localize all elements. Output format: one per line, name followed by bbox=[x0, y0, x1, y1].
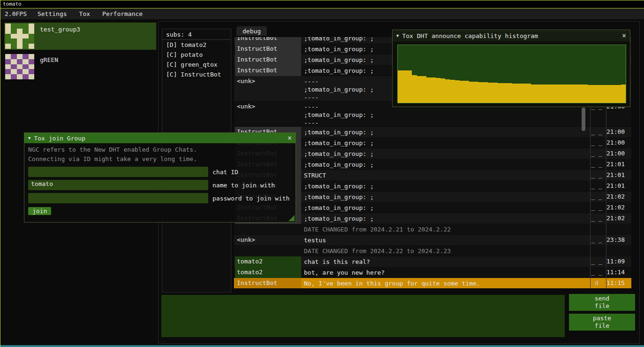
histogram-bar bbox=[436, 78, 440, 103]
chat-scrollbar[interactable] bbox=[582, 108, 585, 131]
member-item[interactable]: [D] tomato2 bbox=[162, 40, 231, 50]
message-flags: _ _ bbox=[589, 170, 604, 181]
message-text: ;tomato_in_group: ; bbox=[301, 181, 589, 192]
histogram-bar bbox=[521, 84, 526, 103]
message-author: InstructBot bbox=[235, 65, 301, 76]
message-time: 11:14 bbox=[604, 267, 631, 278]
join-field-row: password to join with bbox=[28, 193, 292, 203]
histogram-bar bbox=[531, 85, 536, 103]
histogram-bar bbox=[474, 82, 478, 103]
histogram-bar bbox=[422, 76, 426, 103]
histogram-bar bbox=[516, 84, 521, 103]
message-time: 21:01 bbox=[604, 170, 631, 181]
histogram-window-titlebar[interactable]: ▼ Tox DHT announce capability histogram … bbox=[393, 30, 630, 41]
tab-debug[interactable]: debug bbox=[236, 26, 267, 36]
histogram-bar bbox=[574, 85, 578, 103]
collapse-arrow-icon[interactable]: ▼ bbox=[396, 33, 399, 38]
sidebar-item-test-group3[interactable]: test_group3 bbox=[4, 23, 156, 50]
histogram-bar bbox=[502, 83, 507, 103]
histogram-bar bbox=[550, 85, 554, 103]
histogram-bar bbox=[407, 70, 412, 103]
histogram-bar bbox=[545, 85, 550, 103]
message-flags: _ _ bbox=[589, 256, 604, 267]
histogram-bar bbox=[426, 77, 431, 103]
message-author: <unk> bbox=[235, 76, 301, 101]
message-row: tomato2chat is this real?_ _11:09 bbox=[234, 256, 631, 267]
member-item[interactable]: [C] InstructBot bbox=[162, 69, 231, 79]
histogram-bar bbox=[412, 75, 417, 103]
histogram-bar bbox=[597, 85, 602, 103]
histogram-bar bbox=[540, 85, 545, 103]
histogram-window: ▼ Tox DHT announce capability histogram … bbox=[392, 30, 630, 107]
message-time: 21:00 bbox=[604, 148, 631, 159]
message-author bbox=[235, 246, 301, 256]
message-author: <unk> bbox=[235, 101, 301, 127]
menu-item-performance[interactable]: Performance bbox=[96, 10, 149, 17]
message-flags: _ _ bbox=[589, 181, 604, 192]
histogram-bar bbox=[592, 85, 597, 103]
message-text: ;tomato_in_group: ; bbox=[301, 138, 589, 148]
resize-grip[interactable] bbox=[288, 215, 295, 221]
message-author: tomato2 bbox=[235, 256, 301, 267]
histogram-bar bbox=[402, 70, 407, 103]
join-field-row: tomatoname to join with bbox=[28, 180, 292, 190]
histogram-window-title: Tox DHT announce capability histogram bbox=[402, 32, 619, 39]
message-time: 21:02 bbox=[604, 202, 631, 213]
join-window-titlebar[interactable]: ▼ Tox join Group × bbox=[24, 133, 295, 143]
composer-input[interactable] bbox=[161, 295, 565, 337]
join-field-input-0[interactable] bbox=[28, 167, 208, 177]
window-title: tomato bbox=[3, 1, 22, 7]
member-list: [D] tomato2[C] potato[C] green_qtox[C] I… bbox=[162, 40, 231, 79]
menu-item-settings[interactable]: Settings bbox=[31, 10, 73, 17]
join-field-input-1[interactable]: tomato bbox=[28, 180, 208, 190]
histogram-bar bbox=[512, 84, 516, 103]
histogram-bar bbox=[417, 76, 422, 103]
join-field-label: password to join with bbox=[212, 195, 289, 202]
close-icon[interactable]: × bbox=[622, 31, 626, 40]
member-item[interactable]: [C] green_qtox bbox=[162, 60, 231, 69]
message-text: DATE CHANGED from 2024.2.21 to 2024.2.22 bbox=[301, 224, 589, 235]
histogram-bar bbox=[440, 78, 445, 103]
histogram-bar bbox=[602, 85, 606, 103]
sidebar-item-green[interactable]: gREEN bbox=[4, 53, 156, 80]
histogram-bar bbox=[464, 81, 469, 103]
join-group-window: ▼ Tox join Group × NGC refers to the New… bbox=[24, 132, 296, 223]
histogram-bar bbox=[578, 85, 583, 103]
send-file-button[interactable]: send file bbox=[569, 294, 635, 311]
close-icon[interactable]: × bbox=[288, 134, 292, 142]
join-field-label: name to join with bbox=[212, 182, 275, 189]
collapse-arrow-icon[interactable]: ▼ bbox=[28, 136, 30, 140]
join-field-input-2[interactable] bbox=[28, 193, 208, 203]
histogram-bar bbox=[616, 85, 621, 103]
message-author: InstructBot bbox=[235, 44, 301, 54]
histogram-bar bbox=[398, 70, 402, 103]
menu-item-tox[interactable]: Tox bbox=[73, 10, 96, 17]
message-text: ;tomato_in_group: ; bbox=[301, 213, 589, 224]
join-info-line: NGC refers to the New DHT enabled Group … bbox=[28, 145, 292, 154]
message-time: 21:01 bbox=[604, 159, 631, 170]
message-text: ;tomato_in_group: ; bbox=[301, 202, 589, 213]
message-time: 21:02 bbox=[604, 192, 631, 202]
titlebar: tomato bbox=[0, 0, 644, 8]
histogram-bar bbox=[507, 83, 512, 103]
message-text: testus bbox=[301, 235, 589, 246]
message-text: STRUCT bbox=[301, 170, 589, 181]
message-text: ;tomato_in_group: ; bbox=[301, 192, 589, 202]
histogram-bar bbox=[564, 85, 568, 103]
message-author bbox=[235, 224, 301, 235]
menubar-items: SettingsToxPerformance bbox=[31, 8, 149, 19]
message-text: ;tomato_in_group: ; bbox=[301, 148, 589, 159]
message-flags: _ _ bbox=[589, 213, 604, 224]
message-author: tomato2 bbox=[235, 267, 301, 278]
histogram-bar bbox=[612, 85, 616, 103]
join-button[interactable]: join bbox=[28, 207, 51, 215]
message-author: <unk> bbox=[235, 235, 301, 246]
join-field-label: chat ID bbox=[212, 169, 238, 176]
histogram-bar bbox=[583, 85, 588, 103]
paste-file-button[interactable]: paste file bbox=[569, 314, 635, 331]
member-item[interactable]: [C] potato bbox=[162, 50, 231, 60]
histogram-bar bbox=[607, 85, 612, 103]
message-time: 21:01 bbox=[604, 181, 631, 192]
message-flags bbox=[589, 246, 604, 256]
histogram-bar bbox=[455, 80, 460, 103]
